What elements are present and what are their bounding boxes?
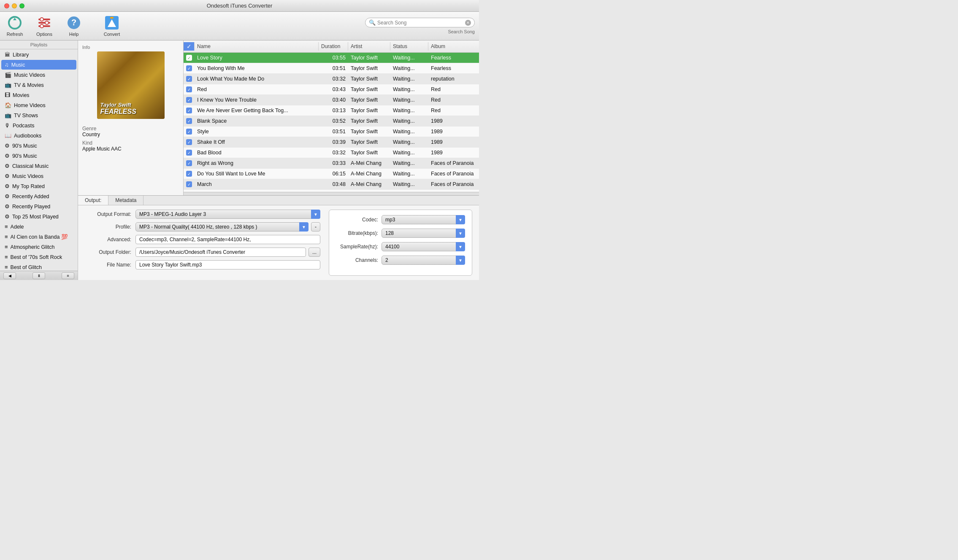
table-row[interactable]: ✓ You Belong With Me 03:51 Taylor Swift …: [184, 63, 479, 74]
track-check-8[interactable]: ✓: [184, 137, 195, 147]
sidebar-item-3[interactable]: 📺 TV & Movies: [1, 80, 76, 90]
track-status-10: Waiting...: [390, 158, 428, 168]
table-row[interactable]: ✓ March 03:48 A-Mei Chang Waiting... Fac…: [184, 179, 479, 190]
channels-select[interactable]: 2: [382, 256, 465, 265]
channels-select-wrapper[interactable]: 2 ▼: [382, 256, 465, 265]
sidebar-item-21[interactable]: ≡ Best of Glitch: [1, 262, 76, 271]
samplerate-select-wrapper[interactable]: 44100 ▼: [382, 242, 465, 251]
sidebar-item-16[interactable]: ⚙ Top 25 Most Played: [1, 212, 76, 221]
tab-metadata[interactable]: Metadata: [108, 196, 143, 205]
table-row[interactable]: ✓ Look What You Made Me Do 03:32 Taylor …: [184, 74, 479, 84]
sidebar-item-icon-12: ⚙: [5, 173, 10, 179]
sidebar-item-9[interactable]: ⚙ 90's Music: [1, 141, 76, 151]
sidebar-item-6[interactable]: 📺 TV Shows: [1, 110, 76, 120]
profile-minus-button[interactable]: -: [311, 222, 320, 232]
horizontal-scrollbar[interactable]: [184, 192, 479, 195]
table-row[interactable]: ✓ We Are Never Ever Getting Back Tog... …: [184, 105, 479, 116]
samplerate-select[interactable]: 44100: [382, 242, 465, 251]
bitrate-select-wrapper[interactable]: 128 ▼: [382, 229, 465, 238]
checkbox-2[interactable]: ✓: [186, 76, 192, 82]
options-button[interactable]: Options: [34, 15, 55, 37]
table-row[interactable]: ✓ Style 03:51 Taylor Swift Waiting... 19…: [184, 127, 479, 137]
sidebar-item-7[interactable]: 🎙 Podcasts: [1, 121, 76, 130]
codec-select-wrapper[interactable]: mp3 ▼: [382, 215, 465, 224]
sidebar-item-20[interactable]: ≡ Best of '70s Soft Rock: [1, 252, 76, 262]
check-all-header[interactable]: ✓: [184, 42, 195, 51]
sidebar-item-14[interactable]: ⚙ Recently Added: [1, 191, 76, 201]
track-check-11[interactable]: ✓: [184, 169, 195, 179]
sidebar-item-0[interactable]: 🏛 Library: [1, 50, 76, 59]
minimize-button[interactable]: [12, 3, 17, 8]
track-check-5[interactable]: ✓: [184, 105, 195, 116]
sidebar-item-13[interactable]: ⚙ My Top Rated: [1, 181, 76, 191]
search-box[interactable]: 🔍 ✕: [365, 18, 475, 27]
sidebar-item-19[interactable]: ≡ Atmospheric Glitch: [1, 242, 76, 252]
checkbox-10[interactable]: ✓: [186, 160, 192, 166]
checkbox-8[interactable]: ✓: [186, 139, 192, 145]
codec-select[interactable]: mp3: [382, 215, 465, 224]
output-format-wrapper[interactable]: MP3 - MPEG-1 Audio Layer 3 ▼: [135, 210, 320, 219]
sidebar-item-2[interactable]: 🎬 Music Videos: [1, 70, 76, 80]
help-button[interactable]: ? Help: [63, 15, 84, 37]
checkbox-0[interactable]: ✓: [186, 55, 192, 61]
checkbox-4[interactable]: ✓: [186, 97, 192, 103]
checkbox-9[interactable]: ✓: [186, 150, 192, 156]
track-check-0[interactable]: ✓: [184, 53, 195, 63]
profile-select[interactable]: MP3 - Normal Quality( 44100 Hz, stereo ,…: [135, 222, 309, 232]
track-check-2[interactable]: ✓: [184, 74, 195, 84]
checkbox-12[interactable]: ✓: [186, 181, 192, 187]
convert-button[interactable]: Convert: [101, 15, 122, 37]
search-clear-button[interactable]: ✕: [465, 20, 471, 26]
table-row[interactable]: ✓ Love Story 03:55 Taylor Swift Waiting.…: [184, 53, 479, 63]
advanced-input[interactable]: [135, 235, 320, 244]
sidebar-item-5[interactable]: 🏠 Home Videos: [1, 100, 76, 110]
table-row[interactable]: ✓ Do You Still Want to Love Me 06:15 A-M…: [184, 169, 479, 179]
checkbox-3[interactable]: ✓: [186, 86, 192, 92]
close-button[interactable]: [4, 3, 9, 8]
sidebar-item-11[interactable]: ⚙ Classical Music: [1, 161, 76, 171]
sidebar-item-12[interactable]: ⚙ Music Videos: [1, 171, 76, 181]
sidebar-item-8[interactable]: 📖 Audiobooks: [1, 131, 76, 140]
checkbox-5[interactable]: ✓: [186, 108, 192, 113]
browse-button[interactable]: ...: [309, 248, 320, 257]
checkbox-11[interactable]: ✓: [186, 171, 192, 177]
sidebar-bottom-menu[interactable]: ≡: [62, 272, 74, 279]
bitrate-select[interactable]: 128: [382, 229, 465, 238]
sidebar-item-4[interactable]: 🎞 Movies: [1, 90, 76, 100]
table-row[interactable]: ✓ Right as Wrong 03:33 A-Mei Chang Waiti…: [184, 158, 479, 169]
convert-icon: [104, 15, 119, 30]
checkbox-1[interactable]: ✓: [186, 65, 192, 71]
sidebar-item-1[interactable]: ♫ Music: [1, 60, 76, 70]
track-check-12[interactable]: ✓: [184, 179, 195, 189]
sidebar-items: 🏛 Library ♫ Music 🎬 Music Videos 📺 TV & …: [0, 49, 78, 271]
checkbox-7[interactable]: ✓: [186, 129, 192, 135]
sidebar-bottom-left[interactable]: ◀: [3, 272, 16, 279]
output-format-select[interactable]: MP3 - MPEG-1 Audio Layer 3: [135, 210, 320, 219]
sidebar-item-15[interactable]: ⚙ Recently Played: [1, 202, 76, 211]
sidebar-item-10[interactable]: ⚙ 90's Music: [1, 151, 76, 161]
track-check-6[interactable]: ✓: [184, 116, 195, 126]
track-check-9[interactable]: ✓: [184, 148, 195, 158]
table-row[interactable]: ✓ Bad Blood 03:32 Taylor Swift Waiting..…: [184, 148, 479, 158]
track-check-3[interactable]: ✓: [184, 84, 195, 94]
output-folder-input[interactable]: [135, 248, 306, 257]
track-check-1[interactable]: ✓: [184, 63, 195, 73]
table-row[interactable]: ✓ I Knew You Were Trouble 03:40 Taylor S…: [184, 95, 479, 105]
file-name-input[interactable]: [135, 260, 320, 269]
sidebar-item-17[interactable]: ≡ Adele: [1, 222, 76, 232]
refresh-button[interactable]: Refresh: [4, 15, 25, 37]
track-check-4[interactable]: ✓: [184, 95, 195, 105]
maximize-button[interactable]: [19, 3, 24, 8]
table-row[interactable]: ✓ Blank Space 03:52 Taylor Swift Waiting…: [184, 116, 479, 127]
table-row[interactable]: ✓ Shake It Off 03:39 Taylor Swift Waitin…: [184, 137, 479, 148]
tab-output[interactable]: Output:: [78, 196, 108, 205]
table-row[interactable]: ✓ Red 03:43 Taylor Swift Waiting... Red: [184, 84, 479, 95]
search-input[interactable]: [377, 20, 463, 26]
track-check-10[interactable]: ✓: [184, 158, 195, 168]
track-check-7[interactable]: ✓: [184, 127, 195, 137]
profile-wrapper[interactable]: MP3 - Normal Quality( 44100 Hz, stereo ,…: [135, 222, 309, 232]
sidebar-item-18[interactable]: ≡ Al Cien con la Banda 💯: [1, 232, 76, 242]
sidebar-bottom-right[interactable]: ⏸: [32, 272, 45, 279]
track-album-11: Faces of Paranoia: [428, 169, 479, 179]
checkbox-6[interactable]: ✓: [186, 118, 192, 124]
